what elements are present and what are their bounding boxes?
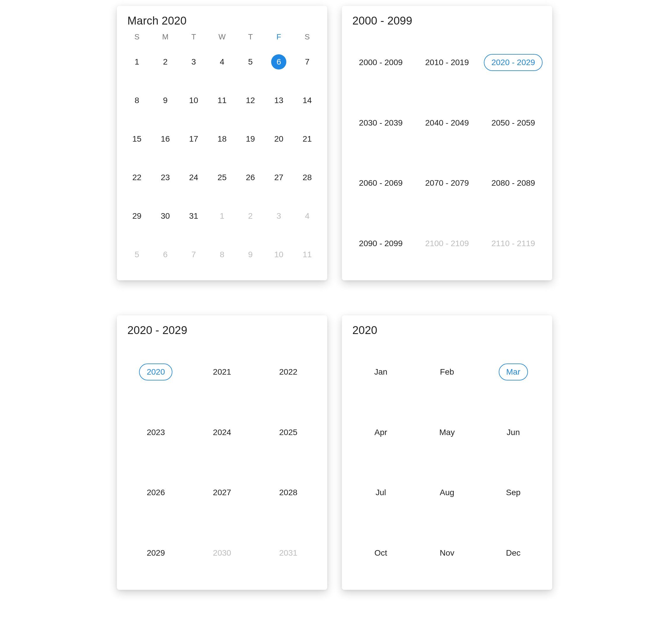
day-cell[interactable]: 2 xyxy=(236,197,265,235)
day-cell[interactable]: 21 xyxy=(293,120,321,158)
month-label: May xyxy=(432,424,462,441)
century-panel-title[interactable]: 2000 - 2099 xyxy=(348,13,546,32)
decade-panel-title[interactable]: 2020 - 2029 xyxy=(123,322,321,342)
day-cell[interactable]: 14 xyxy=(293,81,321,120)
day-cell[interactable]: 11 xyxy=(208,81,236,120)
day-cell[interactable]: 26 xyxy=(236,158,265,197)
day-cell[interactable]: 18 xyxy=(208,120,236,158)
weekday-header: T xyxy=(236,32,265,42)
day-cell[interactable]: 4 xyxy=(208,43,236,81)
month-cell[interactable]: Apr xyxy=(348,402,414,463)
day-grid: 1234567891011121314151617181920212223242… xyxy=(123,43,321,274)
day-cell[interactable]: 15 xyxy=(123,120,151,158)
year-label: 2026 xyxy=(139,484,172,501)
month-cell[interactable]: Jun xyxy=(480,402,546,463)
year-cell[interactable]: 2027 xyxy=(189,462,255,523)
day-cell[interactable]: 12 xyxy=(236,81,265,120)
year-cell[interactable]: 2020 xyxy=(123,342,189,402)
day-cell[interactable]: 8 xyxy=(123,81,151,120)
year-cell[interactable]: 2028 xyxy=(255,462,321,523)
day-cell[interactable]: 7 xyxy=(293,43,321,81)
month-cell[interactable]: Jan xyxy=(348,342,414,402)
day-cell[interactable]: 28 xyxy=(293,158,321,197)
year-cell[interactable]: 2023 xyxy=(123,402,189,463)
month-cell[interactable]: Dec xyxy=(480,523,546,583)
year-cell: 2031 xyxy=(255,523,321,583)
year-cell[interactable]: 2021 xyxy=(189,342,255,402)
weekday-header: W xyxy=(208,32,236,42)
year-panel-title[interactable]: 2020 xyxy=(348,322,546,342)
calendar-decade-panel: 2020 - 2029 2020202120222023202420252026… xyxy=(117,315,327,590)
day-cell[interactable]: 6 xyxy=(151,235,179,274)
day-cell[interactable]: 10 xyxy=(265,235,293,274)
calendar-year-panel: 2020 JanFebMarAprMayJunJulAugSepOctNovDe… xyxy=(342,315,552,590)
day-cell[interactable]: 17 xyxy=(179,120,208,158)
month-label: Aug xyxy=(432,484,462,501)
day-cell[interactable]: 1 xyxy=(208,197,236,235)
decade-range-cell[interactable]: 2080 - 2089 xyxy=(480,153,546,214)
year-label: 2022 xyxy=(272,364,305,380)
day-cell[interactable]: 8 xyxy=(208,235,236,274)
day-cell[interactable]: 16 xyxy=(151,120,179,158)
decade-range-cell[interactable]: 2030 - 2039 xyxy=(348,93,414,153)
month-cell[interactable]: Mar xyxy=(480,342,546,402)
decade-range-cell[interactable]: 2090 - 2099 xyxy=(348,214,414,274)
day-cell[interactable]: 19 xyxy=(236,120,265,158)
decade-range-cell[interactable]: 2010 - 2019 xyxy=(414,32,480,93)
day-cell[interactable]: 30 xyxy=(151,197,179,235)
decade-range-cell[interactable]: 2050 - 2059 xyxy=(480,93,546,153)
decade-range-label: 2100 - 2109 xyxy=(417,235,476,252)
weekday-header: S xyxy=(293,32,321,42)
decade-range-label: 2030 - 2039 xyxy=(352,115,410,131)
year-label: 2029 xyxy=(139,545,172,561)
month-cell[interactable]: May xyxy=(414,402,480,463)
day-cell[interactable]: 9 xyxy=(236,235,265,274)
day-cell[interactable]: 1 xyxy=(123,43,151,81)
day-cell[interactable]: 9 xyxy=(151,81,179,120)
day-cell[interactable]: 22 xyxy=(123,158,151,197)
day-cell[interactable]: 5 xyxy=(123,235,151,274)
day-cell[interactable]: 13 xyxy=(265,81,293,120)
weekday-header: F xyxy=(265,32,293,42)
month-cell[interactable]: Jul xyxy=(348,462,414,523)
day-cell[interactable]: 3 xyxy=(265,197,293,235)
day-cell[interactable]: 5 xyxy=(236,43,265,81)
day-cell[interactable]: 11 xyxy=(293,235,321,274)
day-cell[interactable]: 2 xyxy=(151,43,179,81)
day-cell[interactable]: 4 xyxy=(293,197,321,235)
year-cell[interactable]: 2024 xyxy=(189,402,255,463)
decade-range-label: 2070 - 2079 xyxy=(417,175,476,192)
day-cell[interactable]: 3 xyxy=(179,43,208,81)
day-cell[interactable]: 23 xyxy=(151,158,179,197)
decade-range-cell[interactable]: 2060 - 2069 xyxy=(348,153,414,214)
day-cell[interactable]: 31 xyxy=(179,197,208,235)
day-cell[interactable]: 29 xyxy=(123,197,151,235)
year-cell: 2030 xyxy=(189,523,255,583)
decade-range-cell[interactable]: 2000 - 2009 xyxy=(348,32,414,93)
month-cell[interactable]: Feb xyxy=(414,342,480,402)
month-cell[interactable]: Oct xyxy=(348,523,414,583)
weekday-header-row: SMTWTFS xyxy=(123,32,321,42)
year-cell[interactable]: 2022 xyxy=(255,342,321,402)
day-cell[interactable]: 24 xyxy=(179,158,208,197)
month-panel-title[interactable]: March 2020 xyxy=(123,13,321,32)
day-cell[interactable]: 20 xyxy=(265,120,293,158)
decade-range-cell[interactable]: 2070 - 2079 xyxy=(414,153,480,214)
month-cell[interactable]: Sep xyxy=(480,462,546,523)
day-cell[interactable]: 27 xyxy=(265,158,293,197)
weekday-header: M xyxy=(151,32,179,42)
day-cell[interactable]: 6 xyxy=(265,43,293,81)
decade-range-cell[interactable]: 2040 - 2049 xyxy=(414,93,480,153)
year-cell[interactable]: 2025 xyxy=(255,402,321,463)
year-grid: 2020202120222023202420252026202720282029… xyxy=(123,342,321,583)
year-cell[interactable]: 2026 xyxy=(123,462,189,523)
day-cell[interactable]: 25 xyxy=(208,158,236,197)
month-cell[interactable]: Aug xyxy=(414,462,480,523)
year-label: 2021 xyxy=(206,364,239,380)
decade-range-label: 2080 - 2089 xyxy=(484,175,543,192)
day-cell[interactable]: 7 xyxy=(179,235,208,274)
decade-range-cell[interactable]: 2020 - 2029 xyxy=(480,32,546,93)
year-cell[interactable]: 2029 xyxy=(123,523,189,583)
day-cell[interactable]: 10 xyxy=(179,81,208,120)
month-cell[interactable]: Nov xyxy=(414,523,480,583)
